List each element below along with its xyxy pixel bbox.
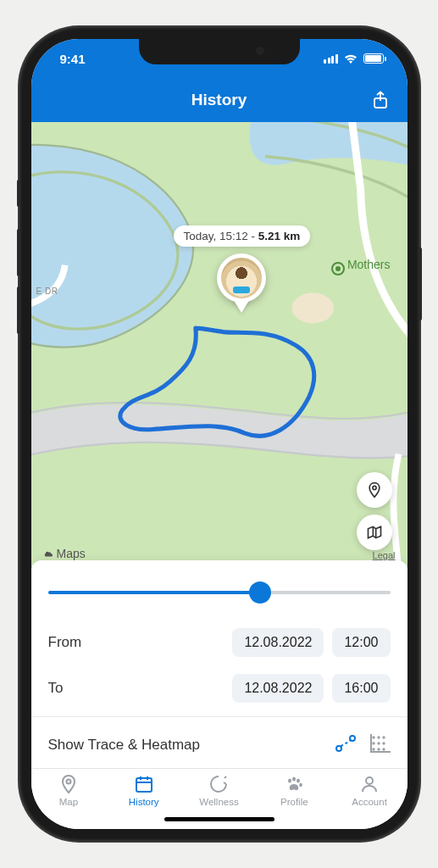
to-date-picker[interactable]: 12.08.2022 <box>232 674 324 703</box>
slider-thumb[interactable] <box>249 581 271 604</box>
svg-point-6 <box>372 736 374 738</box>
home-indicator <box>31 809 408 829</box>
location-marker[interactable]: Today, 15:12 - 5.21 km <box>174 225 311 303</box>
nav-header: History <box>31 78 408 122</box>
from-date-picker[interactable]: 12.08.2022 <box>232 628 324 657</box>
svg-point-5 <box>350 736 355 741</box>
svg-point-8 <box>382 736 385 738</box>
svg-point-21 <box>366 777 373 784</box>
svg-point-15 <box>66 780 70 784</box>
time-slider[interactable] <box>48 581 391 604</box>
paw-icon <box>284 774 304 794</box>
poi-icon <box>331 262 345 275</box>
road-label: E DR <box>36 287 58 296</box>
map-view[interactable]: E DR Mothers Today, 15:12 - 5.21 km <box>31 122 408 570</box>
svg-point-18 <box>292 776 296 781</box>
to-time-picker[interactable]: 16:00 <box>332 674 390 703</box>
svg-point-14 <box>382 748 385 750</box>
recenter-button[interactable] <box>357 472 392 508</box>
tab-map[interactable]: Map <box>31 774 107 807</box>
to-label: To <box>48 680 225 697</box>
from-label: From <box>48 634 225 651</box>
svg-point-19 <box>297 778 300 782</box>
tab-account[interactable]: Account <box>332 774 408 807</box>
share-button[interactable] <box>370 90 391 110</box>
to-row: To 12.08.2022 16:00 <box>48 665 391 711</box>
trace-toggle[interactable] <box>335 734 357 756</box>
tab-history[interactable]: History <box>106 774 181 807</box>
page-title: History <box>191 91 247 109</box>
map-layers-button[interactable] <box>357 515 392 550</box>
map-attribution: Maps <box>43 547 86 560</box>
history-panel: From 12.08.2022 12:00 To 12.08.2022 16:0… <box>31 560 408 768</box>
svg-point-11 <box>382 742 385 744</box>
account-icon <box>359 774 380 794</box>
wifi-icon <box>343 53 358 64</box>
svg-point-17 <box>288 778 291 782</box>
svg-point-9 <box>372 742 374 744</box>
status-indicators <box>324 53 384 64</box>
tab-profile[interactable]: Profile <box>257 774 332 807</box>
trace-heatmap-row: Show Trace & Heatmap <box>48 722 391 768</box>
legal-link[interactable]: Legal <box>373 550 396 560</box>
map-pin-icon <box>58 774 79 794</box>
pet-avatar <box>221 258 262 298</box>
svg-point-13 <box>377 748 380 750</box>
marker-tooltip: Today, 15:12 - 5.21 km <box>174 225 311 247</box>
tab-bar: Map History Wellness Profile Account <box>31 768 408 809</box>
svg-point-12 <box>372 748 374 750</box>
svg-point-4 <box>336 746 341 751</box>
heatmap-toggle[interactable] <box>370 734 391 756</box>
poi-label: Mothers <box>331 258 391 275</box>
from-row: From 12.08.2022 12:00 <box>48 620 391 665</box>
from-time-picker[interactable]: 12:00 <box>332 628 390 657</box>
svg-point-20 <box>299 783 302 787</box>
cellular-icon <box>324 54 338 64</box>
svg-point-3 <box>372 486 375 489</box>
svg-point-10 <box>377 742 380 744</box>
svg-rect-16 <box>136 778 152 792</box>
calendar-icon <box>134 774 154 794</box>
tab-wellness[interactable]: Wellness <box>181 774 257 807</box>
marker-pin <box>217 253 266 303</box>
status-time: 9:41 <box>60 52 86 66</box>
battery-icon <box>363 53 384 64</box>
svg-point-7 <box>377 736 380 738</box>
wellness-icon <box>208 774 229 794</box>
trace-heatmap-label: Show Trace & Heatmap <box>48 737 321 754</box>
